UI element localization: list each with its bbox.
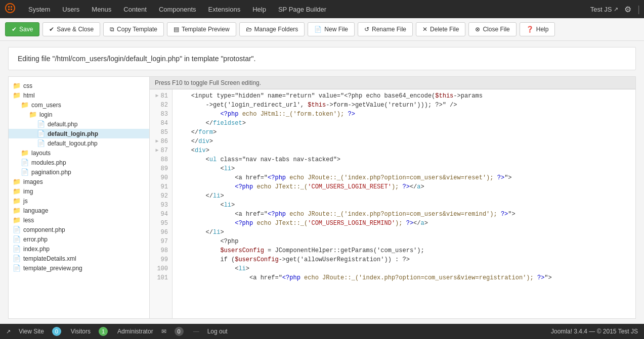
line-number: 83 <box>150 110 172 119</box>
folder-icon: 📁 <box>13 187 21 195</box>
joomla-logo <box>4 2 16 17</box>
copy-template-button[interactable]: ⧉ Copy Template <box>103 22 164 36</box>
code-content[interactable]: <input type="hidden" name="return" value… <box>173 89 635 318</box>
save-icon: ✔ <box>12 26 17 33</box>
file-tree[interactable]: 📁css📁html📁com_users📁login📄default.php📄de… <box>8 76 150 319</box>
tree-item-label: default.php <box>48 121 77 128</box>
folder-icon: 📁 <box>13 216 21 224</box>
manage-folders-button[interactable]: 🗁 Manage Folders <box>239 22 305 36</box>
nav-components[interactable]: Components <box>153 0 202 18</box>
code-line: <a href="<?php echo JRoute::_('index.php… <box>177 173 631 182</box>
code-line: <a href="<?php echo JRoute::_('index.php… <box>177 210 631 219</box>
nav-menus[interactable]: Menus <box>85 0 117 18</box>
tree-item-index.php[interactable]: 📄index.php <box>9 244 149 254</box>
nav-users[interactable]: Users <box>56 0 85 18</box>
line-number: ▶86 <box>150 137 172 146</box>
tree-item-html[interactable]: 📁html <box>9 90 149 100</box>
tree-item-label: css <box>23 82 32 89</box>
tree-item-layouts[interactable]: 📁layouts <box>9 148 149 158</box>
nav-extensions[interactable]: Extensions <box>202 0 247 18</box>
line-number: ▶81 <box>150 91 172 101</box>
preview-icon: ▤ <box>174 26 179 33</box>
nav-help[interactable]: Help <box>246 0 272 18</box>
tree-item-less[interactable]: 📁less <box>9 215 149 225</box>
folder-icon: 📁 <box>13 178 21 185</box>
tree-item-label: com_users <box>31 102 61 109</box>
template-preview-button[interactable]: ▤ Template Preview <box>167 22 236 36</box>
external-link-icon: ↗ <box>614 6 618 13</box>
code-line: <div> <box>177 146 631 155</box>
line-number: 99 <box>150 255 172 264</box>
line-numbers: ▶8182838485▶86▶8788899091929394959697989… <box>150 89 173 318</box>
line-number: 92 <box>150 191 172 201</box>
nav-content[interactable]: Content <box>117 0 153 18</box>
code-line: <ul class="nav nav-tabs nav-stacked"> <box>177 155 631 164</box>
tree-item-js[interactable]: 📁js <box>9 196 149 206</box>
rename-icon: ↺ <box>364 26 369 33</box>
code-line: </fieldset> <box>177 119 631 128</box>
save-close-button[interactable]: ✔ Save & Close <box>42 22 100 36</box>
tree-item-template_preview.png[interactable]: 📄template_preview.png <box>9 263 149 273</box>
tree-item-language[interactable]: 📁language <box>9 206 149 215</box>
tree-item-images[interactable]: 📁images <box>9 177 149 186</box>
line-number: 88 <box>150 155 172 164</box>
new-file-button[interactable]: 📄 New File <box>308 22 355 36</box>
nav-system[interactable]: System <box>22 0 56 18</box>
tree-item-error.php[interactable]: 📄error.php <box>9 234 149 244</box>
line-number: 97 <box>150 237 172 246</box>
delete-icon: ✕ <box>422 26 427 33</box>
tree-item-label: img <box>23 188 33 195</box>
tree-item-templateDetails.xml[interactable]: 📄templateDetails.xml <box>9 254 149 263</box>
tree-item-default.php[interactable]: 📄default.php <box>9 119 149 129</box>
folder-icon: 📁 <box>29 111 37 118</box>
tree-item-label: modules.php <box>31 159 66 166</box>
current-user[interactable]: Test JS ↗ <box>590 6 619 13</box>
code-line: <?php echo JText::_('COM_USERS_LOGIN_RES… <box>177 182 631 191</box>
tree-item-login[interactable]: 📁login <box>9 110 149 119</box>
tree-item-modules.php[interactable]: 📄modules.php <box>9 158 149 167</box>
close-file-button[interactable]: ⊗ Close File <box>468 22 516 36</box>
user-label: Test JS <box>590 6 612 13</box>
line-number: 98 <box>150 246 172 255</box>
code-line: <?php echo JText::_('COM_USERS_LOGIN_REM… <box>177 219 631 228</box>
code-line: ->get('login_redirect_url', $this->form-… <box>177 101 631 110</box>
tree-item-default_logout.php[interactable]: 📄default_logout.php <box>9 138 149 148</box>
tree-item-com_users[interactable]: 📁com_users <box>9 100 149 110</box>
line-number: 96 <box>150 228 172 237</box>
save-button[interactable]: ✔ Save <box>5 22 39 36</box>
code-line: </div> <box>177 137 631 146</box>
file-icon: 📄 <box>37 139 45 147</box>
rename-file-button[interactable]: ↺ Rename File <box>358 22 413 36</box>
file-info-bar: Editing file "/html/com_users/login/defa… <box>8 47 636 70</box>
code-line: </form> <box>177 128 631 137</box>
tree-item-label: default_login.php <box>48 130 98 137</box>
code-line: $usersConfig = JComponentHelper::getPara… <box>177 246 631 255</box>
code-area[interactable]: ▶8182838485▶86▶8788899091929394959697989… <box>150 89 635 318</box>
file-info-text: Editing file "/html/com_users/login/defa… <box>18 55 255 63</box>
file-icon: 📄 <box>13 255 21 262</box>
settings-icon[interactable]: ⚙ <box>624 5 631 14</box>
line-number: 90 <box>150 173 172 182</box>
copy-icon: ⧉ <box>110 26 114 33</box>
line-number: 100 <box>150 264 172 273</box>
tree-item-component.php[interactable]: 📄component.php <box>9 225 149 234</box>
line-number: 94 <box>150 210 172 219</box>
tree-item-pagination.php[interactable]: 📄pagination.php <box>9 167 149 177</box>
code-line: <li> <box>177 201 631 210</box>
folder-icon: 📁 <box>21 149 29 157</box>
tree-item-img[interactable]: 📁img <box>9 186 149 196</box>
nav-sp-page-builder[interactable]: SP Page Builder <box>272 0 332 18</box>
code-line: <li> <box>177 264 631 273</box>
help-button[interactable]: ❓ Help <box>520 22 555 36</box>
main-content: Editing file "/html/com_users/login/defa… <box>0 41 644 325</box>
new-file-icon: 📄 <box>314 26 322 33</box>
close-icon: ⊗ <box>475 26 480 33</box>
file-icon: 📄 <box>13 264 21 272</box>
delete-file-button[interactable]: ✕ Delete File <box>416 22 465 36</box>
tree-item-default_login.php[interactable]: 📄default_login.php <box>9 129 149 138</box>
file-icon: 📄 <box>21 168 29 176</box>
code-line: </li> <box>177 191 631 201</box>
tree-item-css[interactable]: 📁css <box>9 81 149 90</box>
main-nav-items: System Users Menus Content Components Ex… <box>22 0 332 18</box>
line-number: 101 <box>150 273 172 282</box>
